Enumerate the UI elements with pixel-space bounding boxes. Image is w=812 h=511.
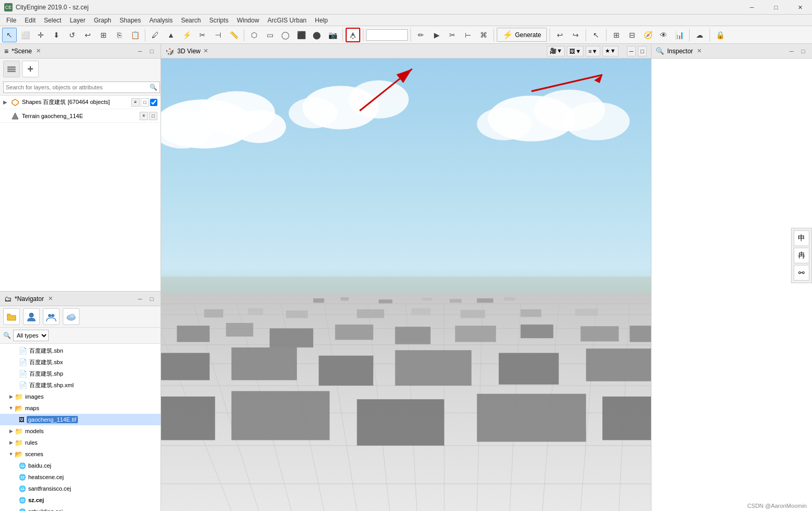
ruler-button[interactable]: ⊞ bbox=[609, 28, 624, 42]
layers-icon-button[interactable] bbox=[3, 61, 20, 77]
menu-shapes[interactable]: Shapes bbox=[116, 16, 145, 25]
nav-folder-button[interactable] bbox=[3, 308, 20, 325]
cursor-button[interactable]: ↖ bbox=[589, 28, 603, 42]
ruler2-button[interactable]: ⊟ bbox=[625, 28, 639, 42]
tree-item-sz[interactable]: 🌐 sz.cej bbox=[0, 494, 161, 506]
inspector-minimize-button[interactable]: ─ bbox=[787, 47, 796, 56]
tree-item-rules[interactable]: ▶ 📁 rules bbox=[0, 437, 161, 448]
float-btn-2[interactable]: 冉 bbox=[794, 248, 809, 263]
camera-tool-button[interactable]: 📷 bbox=[325, 28, 340, 42]
tree-item-scenes[interactable]: ▼ 📂 scenes bbox=[0, 448, 161, 460]
toolbar-search-input[interactable] bbox=[366, 29, 408, 41]
view-bookmark-button[interactable]: ★▼ bbox=[602, 46, 619, 56]
select-tool-button[interactable]: ↖ bbox=[2, 28, 17, 42]
move-down-button[interactable]: ⬇ bbox=[49, 28, 64, 42]
paste-button[interactable]: 📋 bbox=[128, 28, 142, 42]
inspector-panel-close[interactable]: ✕ bbox=[697, 48, 702, 54]
tree-item-maps[interactable]: ▼ 📂 maps bbox=[0, 402, 161, 414]
scene-panel-close[interactable]: ✕ bbox=[36, 48, 41, 54]
view-3d-close[interactable]: ✕ bbox=[203, 48, 208, 54]
view-maximize-button[interactable]: □ bbox=[638, 46, 647, 56]
menu-edit[interactable]: Edit bbox=[20, 16, 40, 25]
highlighted-tool-button[interactable] bbox=[346, 28, 360, 42]
tree-item-szbuilding[interactable]: 🌐 szbuilding.cej bbox=[0, 506, 161, 511]
menu-arcgis-urban[interactable]: ArcGIS Urban bbox=[264, 16, 311, 25]
float-btn-1[interactable]: 申 bbox=[794, 230, 809, 246]
navigator-minimize-button[interactable]: ─ bbox=[135, 294, 145, 304]
menu-window[interactable]: Window bbox=[233, 16, 264, 25]
split-tool-button[interactable]: ⊣ bbox=[211, 28, 225, 42]
layer-item-shapes[interactable]: ▶ Shapes 百度建筑 [670464 objects] ≡ □ bbox=[0, 96, 161, 109]
maximize-button[interactable]: □ bbox=[764, 0, 788, 15]
bounding-box-button[interactable]: ⬜ bbox=[18, 28, 32, 42]
compass-button[interactable]: 🧭 bbox=[641, 28, 655, 42]
polygon-tool-button[interactable]: ⬡ bbox=[247, 28, 261, 42]
menu-layer[interactable]: Layer bbox=[65, 16, 89, 25]
move-button[interactable]: ✛ bbox=[33, 28, 48, 42]
tree-item-models[interactable]: ▶ 📁 models bbox=[0, 425, 161, 437]
view-render-button[interactable]: 🖼▼ bbox=[567, 46, 584, 56]
redo-button[interactable]: ↪ bbox=[568, 28, 583, 42]
tree-item-shp[interactable]: 📄 百度建筑.shp bbox=[0, 368, 161, 379]
paint-tool-button[interactable]: 🖊 bbox=[148, 28, 163, 42]
connect-tool-button[interactable]: ⚡ bbox=[179, 28, 194, 42]
rotate-button[interactable]: ↺ bbox=[65, 28, 79, 42]
place-tool-button[interactable]: ▲ bbox=[164, 28, 178, 42]
menu-select[interactable]: Select bbox=[40, 16, 65, 25]
layer-visible-button-shapes[interactable]: □ bbox=[141, 98, 149, 107]
add-layer-button[interactable]: + bbox=[22, 61, 39, 77]
layer-visible-button-terrain[interactable]: □ bbox=[149, 112, 157, 120]
sphere-tool-button[interactable]: ⬤ bbox=[310, 28, 324, 42]
menu-file[interactable]: File bbox=[2, 16, 20, 25]
close-button[interactable]: ✕ bbox=[788, 0, 812, 15]
minimize-button[interactable]: ─ bbox=[740, 0, 764, 15]
cube-tool-button[interactable]: ⬛ bbox=[294, 28, 308, 42]
circle-tool-button[interactable]: ◯ bbox=[278, 28, 293, 42]
lock-button[interactable]: 🔒 bbox=[713, 28, 727, 42]
menu-help[interactable]: Help bbox=[311, 16, 332, 25]
chart-button[interactable]: 📊 bbox=[672, 28, 687, 42]
float-btn-3[interactable]: ⚯ bbox=[794, 265, 809, 281]
tree-item-santfransisco[interactable]: 🌐 santfransisco.cej bbox=[0, 483, 161, 494]
tree-item-baidu[interactable]: 🌐 baidu.cej bbox=[0, 460, 161, 471]
view-camera-button[interactable]: 🎥▼ bbox=[547, 46, 565, 56]
nav-person-button[interactable] bbox=[23, 308, 40, 325]
nav-cloud-button[interactable] bbox=[63, 308, 79, 325]
layer-item-terrain[interactable]: Terrain gaocheng_114E ≡ □ bbox=[0, 109, 161, 123]
generate-button[interactable]: ⚡ Generate bbox=[497, 28, 547, 42]
menu-graph[interactable]: Graph bbox=[89, 16, 115, 25]
tree-item-images[interactable]: ▶ 📁 images bbox=[0, 391, 161, 402]
undo-rotate-button[interactable]: ↩ bbox=[81, 28, 95, 42]
undo-button[interactable]: ↩ bbox=[553, 28, 567, 42]
snap-button[interactable]: ⊞ bbox=[96, 28, 111, 42]
copy-button[interactable]: ⎘ bbox=[112, 28, 127, 42]
tree-item-gaocheng[interactable]: 🖼 gaocheng_114E.tif bbox=[0, 414, 161, 425]
draw-place-button[interactable]: ▶ bbox=[429, 28, 444, 42]
scene-search-input[interactable] bbox=[3, 82, 160, 93]
nav-type-select[interactable]: All types bbox=[13, 330, 49, 341]
rect-tool-button[interactable]: ▭ bbox=[262, 28, 277, 42]
tree-item-sbn[interactable]: 📄 百度建筑.sbn bbox=[0, 345, 161, 356]
draw-more-button[interactable]: ⌘ bbox=[476, 28, 491, 42]
draw-line-button[interactable]: ✏ bbox=[414, 28, 428, 42]
view-layer-button[interactable]: ≡▼ bbox=[586, 46, 600, 56]
tree-item-shpxml[interactable]: 📄 百度建筑.shp.xml bbox=[0, 379, 161, 391]
scene-minimize-button[interactable]: ─ bbox=[135, 47, 145, 56]
layer-hatch-button-terrain[interactable]: ≡ bbox=[140, 112, 148, 120]
navigator-panel-close[interactable]: ✕ bbox=[48, 295, 53, 302]
draw-cut-button[interactable]: ✂ bbox=[445, 28, 460, 42]
tree-item-heatscene[interactable]: 🌐 heatscene.cej bbox=[0, 471, 161, 483]
scene-restore-button[interactable]: □ bbox=[147, 47, 156, 56]
weather-button[interactable]: ☁ bbox=[692, 28, 707, 42]
cut-tool-button[interactable]: ✂ bbox=[195, 28, 210, 42]
draw-measure-button[interactable]: ⊢ bbox=[461, 28, 475, 42]
menu-analysis[interactable]: Analysis bbox=[145, 16, 177, 25]
layer-checkbox-shapes[interactable] bbox=[150, 99, 157, 106]
measure-tool-button[interactable]: 📏 bbox=[226, 28, 241, 42]
eye-button[interactable]: 👁 bbox=[656, 28, 671, 42]
view-3d-viewport[interactable] bbox=[161, 59, 651, 511]
menu-scripts[interactable]: Scripts bbox=[205, 16, 233, 25]
inspector-restore-button[interactable]: □ bbox=[798, 47, 808, 56]
menu-search[interactable]: Search bbox=[177, 16, 205, 25]
layer-hatch-button-shapes[interactable]: ≡ bbox=[131, 98, 140, 107]
